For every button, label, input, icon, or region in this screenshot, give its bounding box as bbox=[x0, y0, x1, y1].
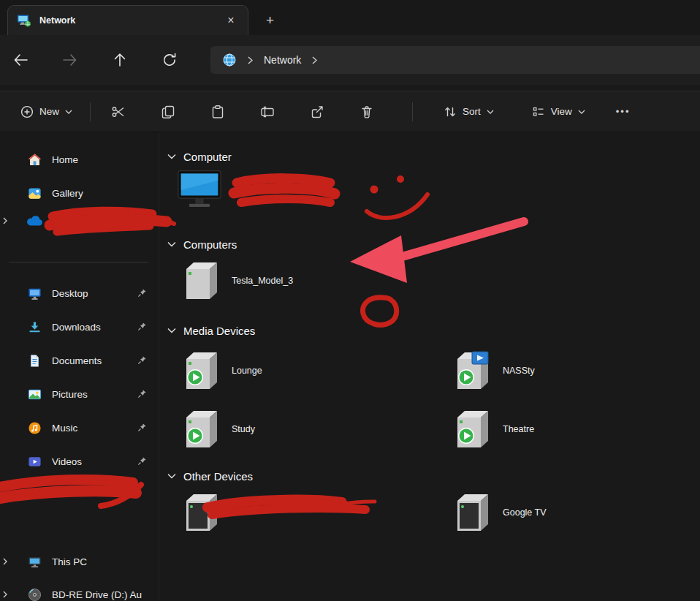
desktop-icon bbox=[26, 287, 42, 300]
sidebar-item-documents[interactable]: Documents bbox=[3, 347, 154, 374]
sidebar-item-onedrive-redacted[interactable] bbox=[3, 208, 154, 234]
section-title: Media Devices bbox=[183, 325, 255, 337]
tile-study[interactable]: Study bbox=[178, 408, 255, 450]
chevron-down-icon bbox=[167, 154, 176, 159]
sidebar-item-label: Downloads bbox=[52, 322, 101, 333]
breadcrumb-network[interactable]: Network bbox=[264, 54, 301, 66]
sidebar-item-label: Desktop bbox=[52, 288, 88, 299]
address-bar[interactable]: Network bbox=[210, 46, 700, 74]
tile-other-device-redacted[interactable] bbox=[178, 491, 232, 534]
new-button[interactable]: New bbox=[15, 101, 78, 123]
item-label: Tesla_Model_3 bbox=[232, 276, 293, 286]
tab-title: Network bbox=[39, 15, 75, 26]
network-computer-icon bbox=[17, 13, 31, 28]
chevron-down-icon bbox=[167, 473, 176, 479]
sidebar-item-pictures[interactable]: Pictures bbox=[3, 381, 154, 407]
tab-network[interactable]: Network × bbox=[7, 5, 248, 35]
tile-theatre[interactable]: Theatre bbox=[449, 408, 534, 450]
section-header-other-devices[interactable]: Other Devices bbox=[167, 469, 253, 483]
back-button[interactable] bbox=[12, 51, 29, 69]
server-icon bbox=[178, 260, 221, 301]
pin-icon bbox=[137, 456, 147, 466]
sidebar-item-label: This PC bbox=[52, 556, 87, 567]
other-device-icon bbox=[178, 492, 221, 533]
item-label: NASSty bbox=[503, 366, 535, 376]
chevron-down-icon bbox=[167, 328, 176, 333]
more-options-button[interactable]: ••• bbox=[616, 106, 631, 117]
sort-button-label: Sort bbox=[463, 106, 481, 117]
sidebar-item-label: Music bbox=[52, 423, 77, 434]
command-toolbar: New Sort View ••• bbox=[0, 91, 700, 132]
forward-button[interactable] bbox=[61, 51, 79, 69]
tile-google-tv[interactable]: Google TV bbox=[449, 491, 547, 534]
sidebar-item-home[interactable]: Home bbox=[3, 146, 154, 173]
globe-icon bbox=[222, 53, 237, 67]
sidebar-item-label: Gallery bbox=[52, 188, 83, 199]
chevron-down-icon bbox=[487, 110, 494, 114]
sidebar-item-label: Videos bbox=[52, 456, 82, 467]
copy-button[interactable] bbox=[152, 99, 184, 125]
item-label: Theatre bbox=[503, 424, 534, 434]
refresh-button[interactable] bbox=[161, 51, 178, 69]
plus-circle-icon bbox=[20, 105, 34, 118]
media-device-icon bbox=[178, 409, 221, 450]
sidebar-item-desktop[interactable]: Desktop bbox=[3, 280, 154, 306]
item-label: Lounge bbox=[232, 366, 262, 376]
items-view: Computer Computers Tesla_Model_3 Media D… bbox=[160, 133, 700, 601]
home-icon bbox=[26, 153, 42, 167]
sidebar-item-this-pc[interactable]: This PC bbox=[3, 548, 154, 575]
tab-close-button[interactable]: × bbox=[223, 12, 239, 29]
view-button[interactable]: View bbox=[526, 101, 591, 123]
media-server-icon bbox=[449, 350, 492, 391]
navigation-pane: Home Gallery Desktop bbox=[0, 133, 159, 601]
music-icon bbox=[26, 421, 42, 435]
chevron-down-icon bbox=[578, 110, 585, 114]
rename-button[interactable] bbox=[251, 99, 284, 125]
sidebar-item-bd-re-drive[interactable]: BD-RE Drive (D:) Au bbox=[3, 581, 154, 601]
section-header-computers[interactable]: Computers bbox=[167, 237, 237, 252]
videos-icon bbox=[26, 455, 42, 469]
chevron-down-icon bbox=[65, 110, 72, 114]
tile-lounge[interactable]: Lounge bbox=[178, 349, 262, 392]
other-device-icon bbox=[449, 492, 492, 533]
section-header-computer[interactable]: Computer bbox=[167, 149, 232, 164]
sidebar-item-downloads[interactable]: Downloads bbox=[3, 314, 154, 340]
section-header-media-devices[interactable]: Media Devices bbox=[167, 323, 255, 338]
section-title: Other Devices bbox=[183, 470, 253, 483]
chevron-right-icon[interactable] bbox=[3, 558, 7, 565]
chevron-right-icon bbox=[248, 56, 253, 64]
view-button-label: View bbox=[551, 106, 572, 117]
navigation-bar: Network bbox=[0, 35, 700, 85]
sort-arrows-icon bbox=[444, 105, 457, 118]
this-pc-icon bbox=[26, 555, 42, 569]
chevron-right-icon[interactable] bbox=[3, 591, 7, 598]
explorer-body: Home Gallery Desktop bbox=[0, 133, 700, 601]
sidebar-item-music[interactable]: Music bbox=[3, 415, 154, 441]
tile-tesla-model-3[interactable]: Tesla_Model_3 bbox=[178, 260, 293, 302]
pin-icon bbox=[137, 288, 147, 298]
item-label: Google TV bbox=[503, 507, 547, 518]
sidebar-item-videos[interactable]: Videos bbox=[3, 448, 154, 475]
sidebar-separator bbox=[9, 262, 148, 262]
chevron-right-icon[interactable] bbox=[3, 217, 7, 224]
tile-computer-redacted[interactable] bbox=[178, 168, 232, 211]
tile-nassty[interactable]: NASSty bbox=[449, 349, 535, 392]
section-title: Computer bbox=[183, 151, 232, 163]
sort-button[interactable]: Sort bbox=[438, 101, 500, 123]
title-bar: Network × + bbox=[0, 0, 700, 35]
share-button[interactable] bbox=[301, 99, 333, 125]
pictures-icon bbox=[26, 388, 42, 401]
sidebar-item-label: Home bbox=[52, 154, 78, 165]
cut-button[interactable] bbox=[102, 99, 134, 125]
paste-button[interactable] bbox=[202, 99, 234, 125]
media-device-icon bbox=[178, 350, 221, 391]
disc-icon bbox=[26, 588, 42, 601]
documents-icon bbox=[26, 354, 42, 368]
delete-button[interactable] bbox=[351, 99, 383, 125]
up-button[interactable] bbox=[111, 51, 129, 69]
new-tab-button[interactable]: + bbox=[266, 12, 274, 29]
toolbar-separator bbox=[90, 102, 91, 121]
sidebar-item-gallery[interactable]: Gallery bbox=[3, 180, 154, 206]
sidebar-item-redacted[interactable] bbox=[3, 480, 154, 506]
view-list-icon bbox=[532, 105, 545, 118]
